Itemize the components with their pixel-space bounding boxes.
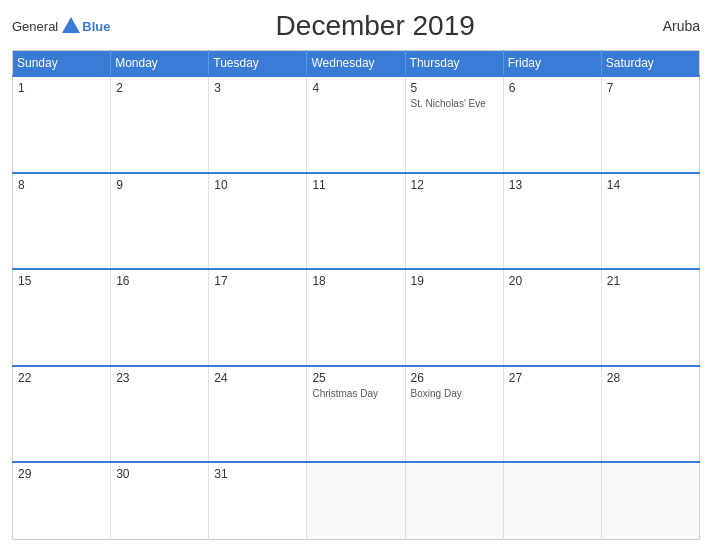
day-number: 13 (509, 178, 596, 192)
day-cell: 26Boxing Day (405, 366, 503, 463)
week-row-5: 293031 (13, 462, 700, 539)
day-number: 27 (509, 371, 596, 385)
day-cell: 15 (13, 269, 111, 366)
day-cell (503, 462, 601, 539)
day-number: 25 (312, 371, 399, 385)
week-row-1: 12345St. Nicholas' Eve67 (13, 76, 700, 173)
calendar-header: Sunday Monday Tuesday Wednesday Thursday… (13, 51, 700, 77)
day-cell: 29 (13, 462, 111, 539)
day-cell: 20 (503, 269, 601, 366)
calendar-page: General Blue December 2019 Aruba Sunday … (0, 0, 712, 550)
day-cell: 18 (307, 269, 405, 366)
day-number: 17 (214, 274, 301, 288)
day-number: 19 (411, 274, 498, 288)
logo: General Blue (12, 15, 110, 37)
day-number: 5 (411, 81, 498, 95)
day-number: 14 (607, 178, 694, 192)
day-number: 22 (18, 371, 105, 385)
day-cell: 11 (307, 173, 405, 270)
day-cell: 17 (209, 269, 307, 366)
col-sunday: Sunday (13, 51, 111, 77)
day-number: 2 (116, 81, 203, 95)
day-cell: 6 (503, 76, 601, 173)
day-cell: 14 (601, 173, 699, 270)
day-cell: 19 (405, 269, 503, 366)
day-cell: 22 (13, 366, 111, 463)
logo-blue-text: Blue (82, 19, 110, 34)
day-number: 12 (411, 178, 498, 192)
day-number: 23 (116, 371, 203, 385)
week-row-2: 891011121314 (13, 173, 700, 270)
day-cell: 28 (601, 366, 699, 463)
day-cell: 10 (209, 173, 307, 270)
col-tuesday: Tuesday (209, 51, 307, 77)
header: General Blue December 2019 Aruba (12, 10, 700, 42)
day-number: 3 (214, 81, 301, 95)
weekday-row: Sunday Monday Tuesday Wednesday Thursday… (13, 51, 700, 77)
day-cell: 21 (601, 269, 699, 366)
col-saturday: Saturday (601, 51, 699, 77)
day-cell: 9 (111, 173, 209, 270)
day-cell: 2 (111, 76, 209, 173)
day-number: 6 (509, 81, 596, 95)
week-row-4: 22232425Christmas Day26Boxing Day2728 (13, 366, 700, 463)
day-cell: 31 (209, 462, 307, 539)
calendar-table: Sunday Monday Tuesday Wednesday Thursday… (12, 50, 700, 540)
calendar-body: 12345St. Nicholas' Eve678910111213141516… (13, 76, 700, 540)
logo-general-text: General (12, 19, 58, 34)
day-cell: 4 (307, 76, 405, 173)
day-number: 31 (214, 467, 301, 481)
day-number: 24 (214, 371, 301, 385)
day-number: 9 (116, 178, 203, 192)
day-cell: 16 (111, 269, 209, 366)
day-cell (405, 462, 503, 539)
col-friday: Friday (503, 51, 601, 77)
day-number: 26 (411, 371, 498, 385)
day-number: 4 (312, 81, 399, 95)
holiday-label: Christmas Day (312, 387, 399, 400)
calendar-title: December 2019 (110, 10, 640, 42)
day-number: 30 (116, 467, 203, 481)
day-cell: 3 (209, 76, 307, 173)
day-number: 1 (18, 81, 105, 95)
svg-marker-0 (62, 17, 80, 33)
holiday-label: St. Nicholas' Eve (411, 97, 498, 110)
col-thursday: Thursday (405, 51, 503, 77)
week-row-3: 15161718192021 (13, 269, 700, 366)
day-number: 11 (312, 178, 399, 192)
day-cell: 25Christmas Day (307, 366, 405, 463)
day-cell (601, 462, 699, 539)
day-number: 20 (509, 274, 596, 288)
day-cell: 13 (503, 173, 601, 270)
col-wednesday: Wednesday (307, 51, 405, 77)
col-monday: Monday (111, 51, 209, 77)
day-cell: 23 (111, 366, 209, 463)
day-cell: 27 (503, 366, 601, 463)
day-cell: 5St. Nicholas' Eve (405, 76, 503, 173)
day-number: 8 (18, 178, 105, 192)
day-cell: 24 (209, 366, 307, 463)
day-number: 21 (607, 274, 694, 288)
day-number: 10 (214, 178, 301, 192)
holiday-label: Boxing Day (411, 387, 498, 400)
day-number: 7 (607, 81, 694, 95)
day-cell: 7 (601, 76, 699, 173)
day-cell (307, 462, 405, 539)
day-cell: 30 (111, 462, 209, 539)
day-number: 18 (312, 274, 399, 288)
logo-icon (60, 15, 82, 37)
day-number: 28 (607, 371, 694, 385)
day-cell: 8 (13, 173, 111, 270)
day-cell: 12 (405, 173, 503, 270)
day-cell: 1 (13, 76, 111, 173)
country-label: Aruba (640, 18, 700, 34)
day-number: 16 (116, 274, 203, 288)
day-number: 15 (18, 274, 105, 288)
day-number: 29 (18, 467, 105, 481)
